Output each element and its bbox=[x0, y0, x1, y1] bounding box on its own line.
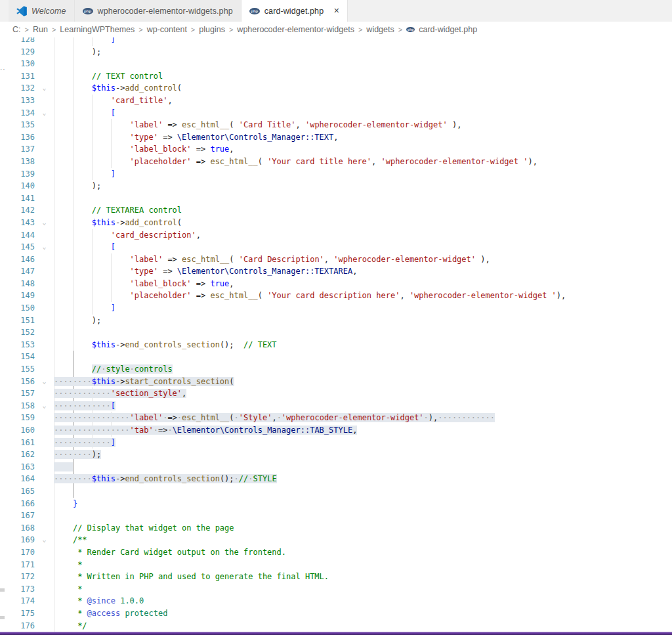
code-line[interactable]: 153 $this->end_controls_section(); // TE… bbox=[0, 339, 672, 351]
line-number[interactable]: 171 bbox=[10, 559, 35, 571]
line-number[interactable]: 146 bbox=[10, 253, 35, 266]
line-number[interactable]: 137 bbox=[10, 143, 35, 156]
breadcrumb-item-file[interactable]: card-widget.php bbox=[419, 25, 477, 34]
code-line[interactable]: 142 // TEXTAREA control bbox=[0, 204, 672, 217]
code-line[interactable]: 167 bbox=[0, 510, 672, 522]
code-text[interactable]: * @since 1.0.0 bbox=[54, 595, 672, 607]
line-number[interactable]: 148 bbox=[10, 278, 35, 290]
code-line[interactable]: 150 ] bbox=[0, 302, 672, 315]
code-text[interactable]: 'placeholder' => esc_html__( 'Your card … bbox=[54, 290, 672, 302]
code-text[interactable]: 'label_block' => true, bbox=[54, 143, 672, 156]
code-line[interactable]: 162········); bbox=[0, 449, 672, 461]
code-text[interactable]: // Display that widget on the page bbox=[54, 522, 672, 535]
line-number[interactable]: 170 bbox=[10, 546, 35, 559]
line-number[interactable]: 139 bbox=[10, 168, 35, 181]
code-text[interactable] bbox=[54, 510, 672, 522]
code-text[interactable]: ] bbox=[54, 302, 672, 315]
code-text[interactable]: ········$this->end_controls_section();·/… bbox=[54, 473, 672, 485]
code-line[interactable]: 175 * @access protected bbox=[0, 607, 672, 620]
breadcrumb-item-drive[interactable]: C: bbox=[12, 25, 21, 34]
code-text[interactable]: $this->add_control( bbox=[54, 82, 672, 95]
code-text[interactable]: /** bbox=[54, 534, 672, 546]
code-text[interactable]: $this->add_control( bbox=[54, 217, 672, 229]
line-number[interactable]: 159 bbox=[10, 412, 35, 424]
code-text[interactable]: $this->end_controls_section(); // TEXT bbox=[54, 339, 672, 351]
breadcrumb-item-plugins[interactable]: plugins bbox=[199, 25, 225, 34]
line-number[interactable]: 150 bbox=[10, 302, 35, 315]
code-text[interactable]: ); bbox=[54, 46, 672, 58]
breadcrumb-item-wp-content[interactable]: wp-content bbox=[147, 25, 187, 34]
code-line[interactable]: 161············] bbox=[0, 437, 672, 449]
code-line[interactable]: 166 } bbox=[0, 498, 672, 510]
code-text[interactable] bbox=[54, 192, 672, 205]
code-line[interactable]: 140 ); bbox=[0, 180, 672, 192]
code-line[interactable]: 165 bbox=[0, 485, 672, 498]
code-line[interactable]: 155 //·style·controls bbox=[0, 363, 672, 376]
code-text[interactable]: * bbox=[54, 583, 672, 596]
code-text[interactable]: 'card_description', bbox=[54, 229, 672, 242]
code-line[interactable]: 174 * @since 1.0.0 bbox=[0, 595, 672, 607]
line-number[interactable]: 149 bbox=[10, 290, 35, 302]
code-line[interactable]: 137 'label_block' => true, bbox=[0, 143, 672, 156]
breadcrumb-item-learningwpthemes[interactable]: LearningWPThemes bbox=[60, 25, 135, 34]
line-number[interactable]: 166 bbox=[10, 498, 35, 510]
line-number[interactable]: 160 bbox=[10, 424, 35, 437]
code-text[interactable]: ········$this->start_controls_section( bbox=[54, 376, 672, 388]
line-number[interactable]: 147 bbox=[10, 265, 35, 278]
code-editor[interactable]: 128 ]129 );130131 // TEXT control132⌄ $t… bbox=[0, 37, 672, 632]
code-line[interactable]: 132⌄ $this->add_control( bbox=[0, 82, 672, 95]
line-number[interactable]: 152 bbox=[10, 326, 35, 339]
line-number[interactable]: 144 bbox=[10, 229, 35, 242]
code-text[interactable]: 'type' => \Elementor\Controls_Manager::T… bbox=[54, 265, 672, 278]
line-number[interactable]: 141 bbox=[10, 192, 35, 205]
line-number[interactable]: 151 bbox=[10, 315, 35, 327]
code-text[interactable]: 'placeholder' => esc_html__( 'Your card … bbox=[54, 156, 672, 168]
line-number[interactable]: 167 bbox=[10, 510, 35, 522]
code-line[interactable]: 149 'placeholder' => esc_html__( 'Your c… bbox=[0, 290, 672, 302]
line-number[interactable]: 142 bbox=[10, 204, 35, 217]
line-number[interactable]: 169 bbox=[10, 534, 35, 546]
close-tab-icon[interactable]: ✕ bbox=[333, 7, 339, 14]
line-number[interactable]: 131 bbox=[10, 70, 35, 83]
code-line[interactable]: 133 'card_title', bbox=[0, 95, 672, 107]
line-number[interactable]: 175 bbox=[10, 607, 35, 620]
tab-welcome[interactable]: Welcome bbox=[9, 0, 75, 22]
code-text[interactable]: ] bbox=[54, 37, 672, 46]
code-text[interactable]: ················'label'·=>·esc_html__(·'… bbox=[54, 412, 672, 424]
code-text[interactable]: [ bbox=[54, 241, 672, 253]
code-line[interactable]: 138 'placeholder' => esc_html__( 'Your c… bbox=[0, 156, 672, 168]
code-line[interactable]: 169⌄ /** bbox=[0, 534, 672, 546]
code-line[interactable]: 139 ] bbox=[0, 168, 672, 181]
fold-chevron-icon[interactable]: ⌄ bbox=[35, 82, 54, 95]
fold-chevron-icon[interactable]: ⌄ bbox=[35, 534, 54, 546]
line-number[interactable]: 163 bbox=[10, 461, 35, 473]
line-number[interactable]: 157 bbox=[10, 387, 35, 400]
code-text[interactable]: 'label' => esc_html__( 'Card Description… bbox=[54, 253, 672, 266]
code-text[interactable]: * bbox=[54, 559, 672, 571]
code-text[interactable]: } bbox=[54, 498, 672, 510]
code-line[interactable]: 171 * bbox=[0, 559, 672, 571]
line-number[interactable]: 155 bbox=[10, 363, 35, 376]
code-line[interactable]: 129 ); bbox=[0, 46, 672, 58]
breadcrumb-item-run[interactable]: Run bbox=[33, 25, 48, 34]
fold-chevron-icon[interactable]: ⌄ bbox=[35, 241, 54, 253]
code-line[interactable]: 134⌄ [ bbox=[0, 107, 672, 120]
code-line[interactable]: 141 bbox=[0, 192, 672, 205]
tab-wpherocoder-elementor-widgets-php[interactable]: php wpherocoder-elementor-widgets.php bbox=[75, 0, 242, 22]
code-text[interactable]: * @access protected bbox=[54, 607, 672, 620]
code-text[interactable]: ············'section_style', bbox=[54, 387, 672, 400]
line-number[interactable]: 165 bbox=[10, 485, 35, 498]
code-line[interactable]: 157············'section_style', bbox=[0, 387, 672, 400]
code-text[interactable] bbox=[54, 351, 672, 363]
fold-chevron-icon[interactable]: ⌄ bbox=[35, 217, 54, 229]
line-number[interactable]: 130 bbox=[10, 58, 35, 70]
line-number[interactable]: 162 bbox=[10, 449, 35, 461]
line-number[interactable]: 140 bbox=[10, 180, 35, 192]
code-line[interactable]: 170 * Render Card widget output on the f… bbox=[0, 546, 672, 559]
line-number[interactable]: 172 bbox=[10, 571, 35, 583]
line-number[interactable]: 156 bbox=[10, 376, 35, 388]
code-text[interactable]: ················'tab'·=>·\Elementor\Cont… bbox=[54, 424, 672, 437]
code-line[interactable]: 145⌄ [ bbox=[0, 241, 672, 253]
line-number[interactable]: 173 bbox=[10, 583, 35, 596]
code-line[interactable]: 164········$this->end_controls_section()… bbox=[0, 473, 672, 485]
